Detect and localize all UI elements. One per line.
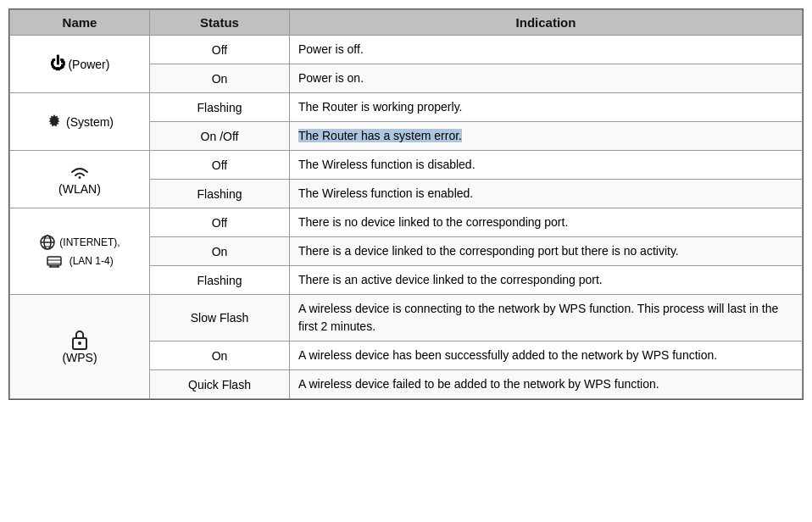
indication-cell: Power is off.	[290, 36, 803, 64]
highlighted-text: The Router has a system error.	[298, 129, 462, 142]
table-row: ⏻ (Power)OffPower is off.	[10, 36, 803, 64]
indication-cell: A wireless device failed to be added to …	[290, 370, 803, 399]
table-row: (WPS) Slow FlashA wireless device is con…	[10, 295, 803, 342]
status-cell: On	[150, 64, 290, 93]
status-cell: Off	[150, 151, 290, 180]
status-cell: On /Off	[150, 122, 290, 151]
indication-cell: A wireless device is connecting to the n…	[290, 295, 803, 342]
status-cell: Quick Flash	[150, 370, 290, 399]
name-cell-system: (System)	[10, 93, 150, 151]
status-cell: On	[150, 237, 290, 266]
svg-point-13	[78, 342, 81, 345]
indication-cell: The Router has a system error.	[290, 122, 803, 151]
status-cell: Flashing	[150, 93, 290, 122]
status-cell: Off	[150, 36, 290, 64]
col-header-indication: Indication	[290, 10, 803, 36]
indication-cell: The Wireless function is disabled.	[290, 151, 803, 180]
table-row: (System) FlashingThe Router is working p…	[10, 93, 803, 122]
col-header-name: Name	[10, 10, 150, 36]
status-cell: Flashing	[150, 180, 290, 208]
indication-cell: A wireless device has been successfully …	[290, 342, 803, 370]
status-cell: On	[150, 342, 290, 370]
indication-cell: There is a device linked to the correspo…	[290, 237, 803, 266]
col-header-status: Status	[150, 10, 290, 36]
status-cell: Slow Flash	[150, 295, 290, 342]
led-indicator-table: Name Status Indication ⏻ (Power)OffPower…	[8, 8, 804, 400]
table-row: (INTERNET), (LAN 1-4) OffThere is no dev…	[10, 208, 803, 237]
indication-cell: Power is on.	[290, 64, 803, 93]
table-row: (WLAN) OffThe Wireless function is disab…	[10, 151, 803, 180]
name-cell-internet-lan: (INTERNET), (LAN 1-4)	[10, 208, 150, 295]
status-cell: Off	[150, 208, 290, 237]
name-cell-power: ⏻ (Power)	[10, 36, 150, 93]
indication-cell: The Router is working properly.	[290, 93, 803, 122]
status-cell: Flashing	[150, 266, 290, 295]
name-cell-wlan: (WLAN)	[10, 151, 150, 208]
indication-cell: The Wireless function is enabled.	[290, 180, 803, 208]
indication-cell: There is an active device linked to the …	[290, 266, 803, 295]
indication-cell: There is no device linked to the corresp…	[290, 208, 803, 237]
name-cell-wps: (WPS)	[10, 295, 150, 399]
